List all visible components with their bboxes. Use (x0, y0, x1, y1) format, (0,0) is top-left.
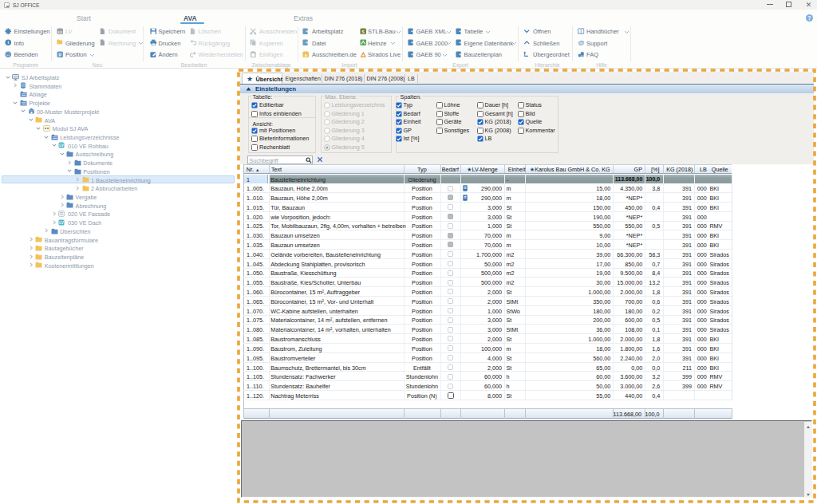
svg-text:LV: LV (58, 30, 62, 34)
svg-text:S: S (361, 30, 365, 34)
svg-text:@: @ (578, 39, 584, 46)
svg-text:LV: LV (60, 221, 64, 225)
svg-text:A: A (305, 53, 307, 57)
svg-text:P: P (59, 53, 62, 57)
svg-text:LV: LV (60, 144, 64, 148)
svg-text:i: i (7, 41, 9, 45)
svg-text:←: ← (6, 52, 10, 57)
